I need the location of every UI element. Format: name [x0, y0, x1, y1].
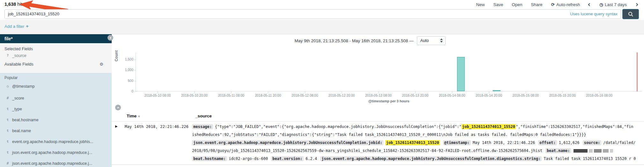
refresh-icon: ⟳ [551, 2, 555, 7]
clock-type-icon: ◷ [5, 83, 10, 90]
interval-value: Auto [420, 36, 429, 45]
field-name: _source [12, 52, 26, 60]
field-name: beat.name [12, 125, 31, 136]
x-tick-mark [158, 91, 158, 93]
time-range-label: Last 7 days [605, 2, 627, 7]
available-field-json.event.org.apache.hadoop.mapreduce.j...[interactable]: tjson.event.org.apache.hadoop.mapreduce.… [0, 147, 112, 158]
open-button[interactable]: Open [512, 2, 522, 7]
auto-refresh-button[interactable]: ⟳ Auto-refresh [551, 2, 580, 7]
hits-number: 1,638 [4, 2, 16, 7]
x-tick-mark [231, 91, 232, 93]
x-tick-label: 2018-05-11 20:00 [250, 93, 286, 97]
magnifier-icon [628, 11, 633, 17]
redacted-value [574, 149, 588, 153]
histogram-bar[interactable] [457, 57, 465, 91]
histogram-bar[interactable] [493, 90, 500, 91]
chevron-right-icon [635, 3, 638, 6]
source-line: ishedReduces":92,"jobStatus":"FAILED","d… [192, 131, 643, 139]
search-input[interactable]: job_1526114374013_15520 Uses lucene quer… [4, 9, 621, 19]
index-pattern-selector[interactable]: file* [0, 34, 112, 43]
y-tick-mark [134, 70, 136, 70]
hits-count: 1,638 hits [4, 2, 25, 7]
save-button[interactable]: Save [493, 2, 503, 7]
x-tick-label: 2018-05-10 08:00 [140, 93, 175, 97]
available-field-json.event.org.apache.hadoop.mapreduce.j...[interactable]: #json.event.org.apache.hadoop.mapreduce.… [0, 158, 112, 167]
time-forward-button[interactable] [635, 4, 638, 6]
sort-desc-icon: ▾ [138, 115, 140, 118]
field-name-badge: beat.name: [545, 148, 571, 153]
popular-field-@timestamp[interactable]: ◷@timestamp [0, 83, 112, 90]
clock-icon: ◷ [599, 2, 603, 7]
select-arrows-icon [440, 38, 443, 43]
x-tick-label: 2018-05-12 20:00 [324, 93, 359, 97]
field-name-badge: @timestamp: [443, 140, 471, 145]
search-button[interactable] [622, 9, 639, 19]
field-name: json.event.org.apache.hadoop.mapreduce.j… [12, 147, 92, 158]
available-field-beat.name[interactable]: tbeat.name [0, 125, 112, 136]
x-tick-label: 2018-05-15 20:00 [544, 93, 580, 97]
unknown-type-type-icon: ? [5, 52, 10, 60]
x-tick-label: 2018-05-10 20:00 [176, 93, 212, 97]
y-tick-label: 500 [117, 79, 133, 83]
available-field-_score[interactable]: #_score [0, 93, 112, 104]
string-type-icon: t [5, 125, 10, 136]
source-column-header: _source [195, 114, 212, 118]
expand-row-button[interactable]: ▶ [115, 124, 118, 128]
field-name: _score [12, 93, 24, 104]
redacted-value [603, 149, 609, 153]
lucene-syntax-link[interactable]: Uses lucene query syntax [570, 10, 618, 19]
add-filter-button[interactable]: Add a filter+ [4, 24, 28, 29]
field-name-badge: json.event.org.apache.hadoop.mapreduce.j… [320, 156, 542, 161]
y-tick-mark [134, 91, 136, 92]
string-type-icon: t [5, 147, 10, 158]
x-tick-mark [526, 91, 526, 93]
chart-header: May 9th 2018, 21:13:25.508 - May 16th 20… [112, 36, 628, 45]
field-name: _type [12, 104, 22, 115]
x-tick-label: 2018-05-14 08:00 [434, 93, 470, 97]
time-range-button[interactable]: ◷ Last 7 days [599, 2, 627, 7]
highlighted-match: job_1526114374013_15520 [385, 140, 440, 145]
auto-refresh-label: Auto-refresh [556, 2, 580, 7]
x-tick-label: 2018-05-16 08:00 [581, 93, 617, 97]
interval-select[interactable]: Auto [417, 36, 446, 45]
field-name-badge: offset: [538, 140, 557, 145]
popular-fields-section: Popular ◷@timestamp #_scoret_typetbeat.h… [0, 73, 112, 167]
field-value: Task failed task 1526114374013 15520 r 0 [544, 156, 636, 161]
time-range-edge-marker [637, 52, 638, 91]
field-value: idc02-argo-ds-600 [229, 156, 268, 161]
selected-field-_source[interactable]: ?_source [0, 52, 112, 60]
field-value: May 14th 2018, 22:21:46.226 [473, 140, 535, 145]
table-header-divider [112, 121, 644, 122]
redacted-value [594, 149, 602, 153]
share-button[interactable]: Share [531, 2, 543, 7]
available-field-beat.hostname[interactable]: tbeat.hostname [0, 115, 112, 125]
time-column-header[interactable]: Time▾ [127, 114, 140, 118]
x-tick-mark [305, 91, 305, 93]
time-back-button[interactable] [588, 4, 591, 6]
row-source-cell: message:{"type":"JOB_FAILED","event":{"o… [192, 123, 643, 163]
available-fields-heading: Available Fields [4, 62, 33, 67]
fields-sidebar: file* Selected Fields ?_source Available… [0, 34, 112, 167]
string-type-icon: t [5, 104, 10, 115]
field-name: json.event.org.apache.hadoop.mapreduce.j… [12, 158, 92, 167]
field-name-badge: beat.version: [271, 156, 304, 161]
row-time-value: May 14th 2018, 22:21:46.226 [125, 123, 189, 131]
redacted-value [610, 149, 613, 153]
x-tick-mark [378, 91, 379, 93]
field-value: 2018/05/08/guoyu/job_1526114374013_15520… [192, 148, 542, 153]
histogram-plot: @timestamp per 3 hours 05001,0001,500201… [136, 52, 642, 91]
field-name-badge: message: [192, 124, 213, 129]
x-tick-label: 2018-05-13 08:00 [360, 93, 396, 97]
available-field-event.org.apache.hadoop.mapreduce.jobhis...[interactable]: tevent.org.apache.hadoop.mapreduce.jobhi… [0, 136, 112, 147]
gear-icon[interactable]: ⚙ [100, 62, 103, 67]
new-button[interactable]: New [476, 2, 485, 7]
x-tick-label: 2018-05-15 08:00 [508, 93, 544, 97]
source-line: message:{"type":"JOB_FAILED","event":{"o… [192, 123, 643, 131]
y-tick-mark [134, 60, 136, 60]
kibana-discover-page: 1,638 hits New Save Open Share ⟳ Auto-re… [0, 0, 644, 167]
row-divider [112, 164, 644, 165]
available-field-_type[interactable]: t_type [0, 104, 112, 115]
chevron-left-icon [588, 3, 591, 6]
collapse-chart-button[interactable] [115, 105, 121, 110]
field-name-badge: json.event.org.apache.hadoop.mapreduce.j… [192, 140, 383, 145]
